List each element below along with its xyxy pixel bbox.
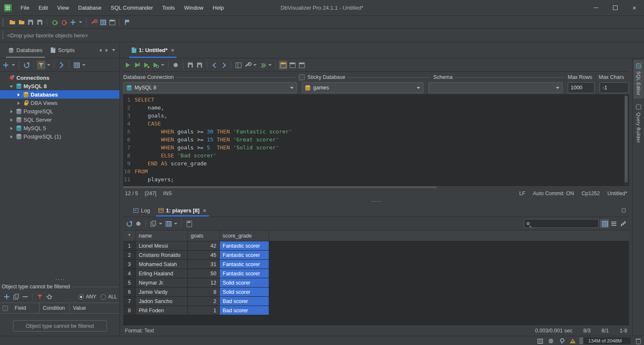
edit-table-icon[interactable] xyxy=(279,61,287,69)
toolbar-drag-handle[interactable] xyxy=(3,18,5,26)
table-row[interactable]: 5Neymar Jr.12Solid scorer xyxy=(123,278,629,288)
new-folder-icon[interactable] xyxy=(17,18,26,26)
refresh-icon[interactable] xyxy=(22,61,31,69)
chevron-down-icon[interactable] xyxy=(173,220,178,228)
table-row[interactable]: 3Mohamed Salah31Fantastic scorer xyxy=(123,260,629,269)
expand-icon[interactable] xyxy=(16,92,21,97)
score-grade-cell[interactable]: Bad scorer xyxy=(220,306,269,315)
collapse-icon[interactable] xyxy=(57,61,66,69)
table-row[interactable]: 1Lionel Messi42Fantastic scorer xyxy=(123,241,629,251)
results-search[interactable] xyxy=(524,219,599,228)
tree-item-dba-views[interactable]: DBA Views xyxy=(0,99,119,107)
name-cell[interactable]: Erling Haaland xyxy=(136,269,188,278)
editor-vertical-scrollbar[interactable] xyxy=(624,95,628,186)
score-grade-cell[interactable]: Fantastic scorer xyxy=(220,269,269,278)
menu-tools[interactable]: Tools xyxy=(158,0,179,16)
max-chars-input[interactable] xyxy=(600,82,629,93)
grid-view-icon[interactable] xyxy=(600,220,609,228)
filter-disabled-button[interactable]: Object type cannot be filtered xyxy=(13,320,107,332)
expand-icon[interactable] xyxy=(9,134,14,139)
save-as-icon[interactable] xyxy=(195,61,204,69)
refresh-icon[interactable] xyxy=(125,220,133,228)
column-header-goals[interactable]: goals xyxy=(188,230,220,241)
save-as-icon[interactable] xyxy=(36,18,44,26)
run-multi-icon[interactable] xyxy=(132,61,141,69)
connection-combo[interactable]: MySQL 8 xyxy=(123,82,297,93)
run-plan-icon[interactable] xyxy=(151,61,159,69)
table-row[interactable]: 6Jamie Vardy8Solid scorer xyxy=(123,288,629,297)
minus-icon[interactable] xyxy=(21,293,29,301)
name-cell[interactable]: Jadon Sancho xyxy=(136,297,188,306)
add-icon[interactable] xyxy=(2,61,10,69)
radio-any[interactable]: ANY xyxy=(78,294,96,300)
next-tab-icon[interactable] xyxy=(106,49,108,52)
menu-window[interactable]: Window xyxy=(179,0,208,16)
name-cell[interactable]: Mohamed Salah xyxy=(136,260,188,269)
tree-item-mysql-8[interactable]: MySQL 8 xyxy=(0,82,119,90)
close-button[interactable]: × xyxy=(625,0,644,16)
expand-icon[interactable] xyxy=(9,125,14,131)
maximize-panel-icon[interactable] xyxy=(622,209,626,212)
results-search-input[interactable] xyxy=(532,221,596,227)
score-grade-cell[interactable]: Fantastic scorer xyxy=(220,260,269,269)
name-cell[interactable]: Neymar Jr. xyxy=(136,278,188,288)
export-table-icon[interactable] xyxy=(288,61,296,69)
disconnect-icon[interactable] xyxy=(60,18,68,26)
filter-enable-checkbox[interactable] xyxy=(3,306,8,311)
row-number-cell[interactable]: 5 xyxy=(123,278,136,288)
gear-icon[interactable] xyxy=(45,293,53,301)
rows-view-icon[interactable] xyxy=(610,220,618,228)
save-icon[interactable] xyxy=(26,18,35,26)
chevron-down-icon[interactable] xyxy=(78,18,83,26)
row-number-cell[interactable]: 4 xyxy=(123,269,136,278)
back-icon[interactable] xyxy=(210,61,218,69)
goals-cell[interactable]: 1 xyxy=(188,306,220,315)
warn-icon[interactable] xyxy=(569,337,576,345)
copy-icon[interactable] xyxy=(149,220,157,228)
score-grade-cell[interactable]: Bad scorer xyxy=(220,297,269,306)
chevron-down-icon[interactable] xyxy=(81,61,86,69)
name-cell[interactable]: Jamie Vardy xyxy=(136,288,188,297)
expand-icon[interactable] xyxy=(9,117,14,123)
chevron-down-icon[interactable] xyxy=(158,220,163,228)
expand-icon[interactable] xyxy=(9,109,14,114)
funnel-red-icon[interactable] xyxy=(36,293,44,301)
row-number-cell[interactable]: 1 xyxy=(123,241,136,251)
chevron-down-icon[interactable] xyxy=(46,61,51,69)
score-grade-cell[interactable]: Fantastic scorer xyxy=(220,251,269,260)
column-header-score-grade[interactable]: score_grade xyxy=(220,230,269,241)
run-icon[interactable] xyxy=(123,61,132,69)
save-icon[interactable] xyxy=(186,61,195,69)
score-grade-cell[interactable]: Fantastic scorer xyxy=(220,241,269,251)
tab-log[interactable]: Log xyxy=(129,204,154,217)
minimize-button[interactable] xyxy=(586,0,605,16)
table-icon[interactable] xyxy=(99,18,107,26)
tree-item-mysql-5[interactable]: MySQL 5 xyxy=(0,124,119,132)
row-number-cell[interactable]: 8 xyxy=(123,306,136,315)
favorites-drag-handle[interactable] xyxy=(3,31,5,39)
record-icon[interactable] xyxy=(134,220,143,228)
goals-cell[interactable]: 50 xyxy=(188,269,220,278)
tree-item-connections[interactable]: Connections xyxy=(0,73,119,82)
print-table-icon[interactable] xyxy=(297,61,306,69)
editor-horizontal-scrollbar[interactable] xyxy=(123,186,629,188)
table-row[interactable]: 8Phil Foden1Bad scorer xyxy=(123,306,629,315)
pin-icon[interactable] xyxy=(558,337,565,345)
tree-item-sql-server[interactable]: SQL Server xyxy=(0,115,119,124)
score-grade-cell[interactable]: Solid scorer xyxy=(220,278,269,288)
tab-list-icon[interactable] xyxy=(112,49,115,51)
status-db-icon[interactable] xyxy=(547,337,554,345)
column-header-[interactable]: * xyxy=(123,230,136,241)
table-row[interactable]: 7Jadon Sancho2Bad scorer xyxy=(123,297,629,306)
goals-cell[interactable]: 45 xyxy=(188,251,220,260)
name-cell[interactable]: Lionel Messi xyxy=(136,241,188,251)
add-icon[interactable] xyxy=(3,293,11,301)
tab-players-grid[interactable]: 1: players [8] × xyxy=(154,204,210,217)
collapse-icon[interactable] xyxy=(9,84,14,89)
radio-all[interactable]: ALL xyxy=(101,294,117,300)
forward-icon[interactable] xyxy=(219,61,228,69)
memory-indicator[interactable]: 134M of 2048M xyxy=(579,337,631,344)
goals-cell[interactable]: 8 xyxy=(188,288,220,297)
expand-icon[interactable] xyxy=(16,100,21,106)
export-icon[interactable] xyxy=(108,18,116,26)
